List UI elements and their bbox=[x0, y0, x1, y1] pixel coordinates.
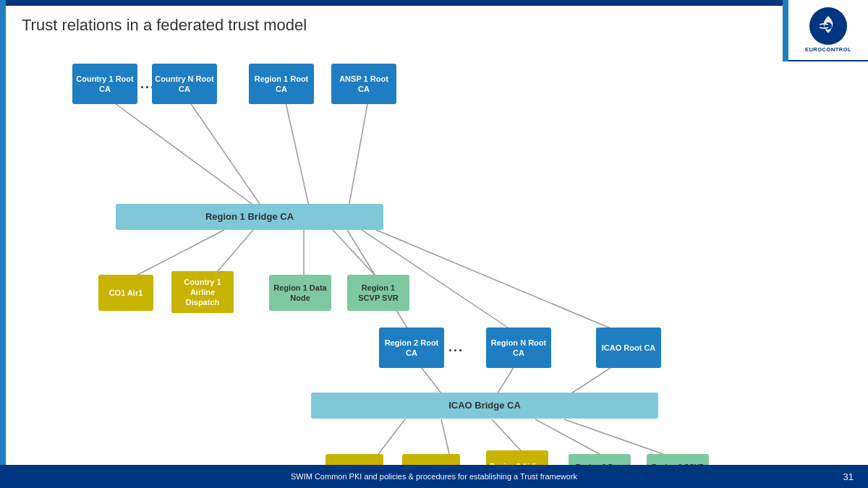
country1-root-ca: Country 1 Root CA bbox=[72, 64, 137, 104]
svg-line-5 bbox=[347, 96, 369, 215]
svg-line-4 bbox=[284, 96, 311, 215]
svg-line-2 bbox=[107, 98, 268, 215]
region-n-root-ca: Region N Root CA bbox=[486, 328, 551, 368]
svg-line-9 bbox=[333, 230, 380, 281]
svg-line-3 bbox=[187, 98, 268, 215]
logo-text: EUROCONTROL bbox=[805, 46, 851, 53]
svg-line-20 bbox=[376, 230, 629, 336]
left-accent bbox=[0, 0, 6, 488]
logo-circle bbox=[809, 7, 847, 45]
middle-dots: ... bbox=[448, 340, 464, 355]
region1-scvp-svr: Region 1 SCVP SVR bbox=[347, 275, 409, 311]
footer-text: SWIM Common PKI and policies & procedure… bbox=[291, 472, 577, 481]
region1-data-node: Region 1 Data Node bbox=[269, 275, 331, 311]
bottom-bar: SWIM Common PKI and policies & procedure… bbox=[0, 465, 868, 488]
page-title: Trust relations in a federated trust mod… bbox=[22, 16, 307, 35]
country1-airline-dispatch: Country 1 Airline Dispatch bbox=[171, 271, 234, 313]
top-bar bbox=[0, 0, 868, 6]
co1-air1: CO1 Air1 bbox=[98, 275, 153, 311]
region1-root-ca: Region 1 Root CA bbox=[249, 64, 314, 104]
diagram: Country 1 Root CA ... Country N Root CA … bbox=[58, 51, 767, 470]
country-n-root-ca: Country N Root CA bbox=[152, 64, 217, 104]
page-number: 31 bbox=[843, 471, 854, 482]
region1-bridge-ca: Region 1 Bridge CA bbox=[116, 204, 383, 230]
right-accent bbox=[783, 0, 788, 61]
region2-root-ca: Region 2 Root CA bbox=[379, 328, 444, 368]
icao-root-ca: ICAO Root CA bbox=[596, 328, 661, 368]
ansp1-root-ca: ANSP 1 Root CA bbox=[331, 64, 396, 104]
icao-bridge-ca: ICAO Bridge CA bbox=[311, 393, 658, 419]
logo-area: EUROCONTROL bbox=[788, 0, 868, 61]
